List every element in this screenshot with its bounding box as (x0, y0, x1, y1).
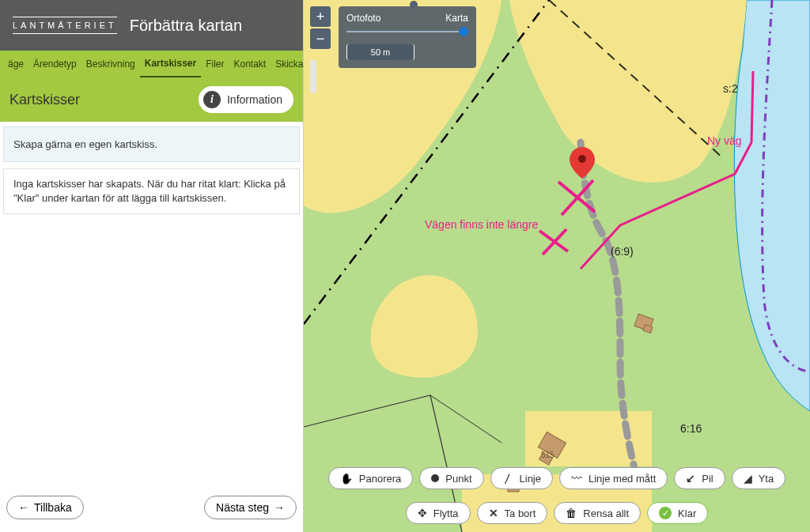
brand-logo: LANTMÄTERIET (13, 17, 117, 34)
tab-lage[interactable]: äge (3, 51, 28, 77)
back-button[interactable]: ← Tillbaka (6, 496, 84, 519)
tool-done-label: Klar (678, 507, 696, 519)
empty-state-box: Inga kartskisser har skapats. När du har… (3, 168, 300, 214)
tool-arrow[interactable]: Pil (674, 467, 725, 489)
house-number: 515 (541, 451, 555, 459)
zoom-in-button[interactable]: + (310, 6, 331, 27)
annotation-removed-road: Vägen finns inte längre (425, 218, 538, 231)
tool-point[interactable]: Punkt (419, 467, 483, 489)
arrow-left-icon: ← (18, 501, 29, 514)
point-icon (431, 474, 439, 482)
arrow-right-icon: → (274, 501, 285, 514)
layer-preset-dot[interactable] (410, 1, 418, 9)
next-button[interactable]: Nästa steg → (204, 496, 297, 519)
tool-move[interactable]: Flytta (406, 502, 471, 524)
tool-point-label: Punkt (445, 473, 471, 485)
tab-arendetyp[interactable]: Ärendetyp (28, 51, 81, 77)
information-button[interactable]: i Information (199, 86, 293, 113)
tool-line[interactable]: 〳Linje (490, 467, 553, 489)
tab-kontakt[interactable]: Kontakt (229, 51, 271, 77)
check-icon: ✓ (659, 507, 672, 519)
section-title: Kartskisser (9, 92, 80, 108)
parcel-label-69: (6:9) (611, 245, 634, 258)
back-label: Tillbaka (34, 501, 72, 514)
line-icon: 〳 (502, 472, 513, 485)
hint-box: Skapa gärna en egen kartskiss. (3, 126, 300, 162)
section-header: Kartskisser i Information (0, 77, 303, 122)
tool-line-measure[interactable]: 〰Linje med mått (559, 467, 668, 489)
svg-point-6 (578, 155, 586, 163)
scale-bar: 50 m (346, 44, 414, 60)
tool-done[interactable]: ✓Klar (647, 502, 708, 524)
app-title: Förbättra kartan (130, 17, 242, 35)
move-icon (418, 507, 427, 519)
parcel-label-s2: s:2 (723, 82, 738, 95)
tool-pan-label: Panorera (359, 473, 401, 485)
tool-pan[interactable]: Panorera (328, 467, 413, 489)
information-label: Information (227, 93, 282, 106)
layer-left-label: Ortofoto (346, 13, 380, 24)
layer-panel: Ortofoto Karta 50 m (339, 6, 476, 68)
layer-slider[interactable] (346, 27, 468, 36)
tool-move-label: Flytta (433, 507, 459, 519)
delete-icon (489, 507, 498, 519)
tool-line-measure-label: Linje med mått (589, 473, 656, 485)
draw-toolbar: Panorera Punkt 〳Linje 〰Linje med mått Pi… (304, 462, 810, 532)
map-pane[interactable]: s:2 (6:9) 6:16 515 Vägen finns inte läng… (304, 0, 810, 532)
tool-delete[interactable]: Ta bort (477, 502, 548, 524)
tool-arrow-label: Pil (702, 473, 713, 485)
tool-line-label: Linje (520, 473, 541, 485)
slider-thumb-icon[interactable] (459, 27, 468, 36)
zoom-out-button[interactable]: − (310, 28, 331, 49)
tabs: äge Ärendetyp Beskrivning Kartskisser Fi… (0, 51, 303, 77)
tool-clear-label: Rensa allt (583, 507, 629, 519)
tab-filer[interactable]: Filer (201, 51, 229, 77)
tab-kartskisser[interactable]: Kartskisser (140, 51, 201, 77)
annotation-new-road: Ny väg (707, 134, 742, 147)
tool-area-label: Yta (759, 473, 774, 485)
hand-icon (340, 473, 353, 485)
arrow-icon (686, 472, 695, 485)
map-canvas[interactable] (304, 0, 810, 532)
zoom-slider[interactable] (310, 60, 316, 93)
tool-clear[interactable]: Rensa allt (554, 502, 641, 524)
trash-icon (566, 507, 577, 519)
area-icon (744, 472, 752, 485)
next-label: Nästa steg (216, 501, 269, 514)
tool-area[interactable]: Yta (732, 467, 786, 489)
layer-right-label: Karta (445, 13, 468, 24)
info-icon: i (203, 91, 221, 108)
app-header: LANTMÄTERIET Förbättra kartan (0, 0, 303, 51)
tool-delete-label: Ta bort (505, 507, 536, 519)
line-measure-icon: 〰 (571, 472, 582, 485)
tab-beskrivning[interactable]: Beskrivning (81, 51, 140, 77)
parcel-label-616: 6:16 (680, 422, 702, 435)
